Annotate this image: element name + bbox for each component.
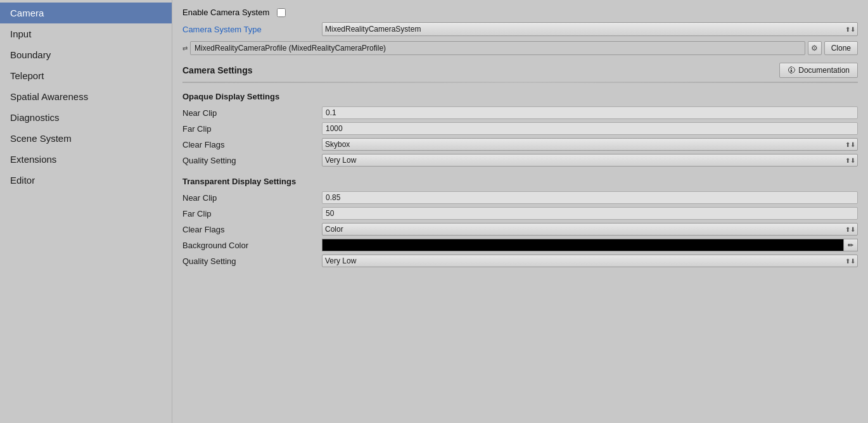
sidebar-item-extensions[interactable]: Extensions [0,149,172,170]
opaque-quality-dropdown[interactable]: Very Low Low Medium High Very High Ultra [322,154,858,167]
opaque-far-clip-label: Far Clip [182,124,322,134]
transparent-clear-flags-row: Clear Flags Skybox Color Depth Nothing ⬆… [182,223,858,236]
transparent-clear-flags-dropdown[interactable]: Skybox Color Depth Nothing [322,223,858,236]
background-color-value: ✏ [322,239,858,251]
transparent-display-title: Transparent Display Settings [182,177,858,186]
sidebar-item-boundary[interactable]: Boundary [0,44,172,65]
sidebar-item-scene-system[interactable]: Scene System [0,128,172,149]
background-color-label: Background Color [182,241,322,250]
opaque-display-section: Opaque Display Settings Near Clip Far Cl… [182,92,858,167]
opaque-far-clip-row: Far Clip [182,122,858,135]
opaque-quality-wrapper: Very Low Low Medium High Very High Ultra… [322,154,858,167]
opaque-near-clip-input[interactable] [322,106,858,119]
sidebar-item-teleport[interactable]: Teleport [0,65,172,86]
sidebar-item-editor[interactable]: Editor [0,170,172,191]
opaque-quality-label: Quality Setting [182,156,322,165]
opaque-clear-flags-dropdown[interactable]: Skybox Color Depth Nothing [322,138,858,151]
transparent-far-clip-label: Far Clip [182,209,322,218]
opaque-clear-flags-label: Clear Flags [182,140,322,149]
sidebar: Camera Input Boundary Teleport Spatial A… [0,0,172,423]
transparent-near-clip-row: Near Clip [182,191,858,204]
doc-icon: 🛈 [788,66,795,75]
opaque-quality-row: Quality Setting Very Low Low Medium High… [182,154,858,167]
enable-camera-label: Enable Camera System [182,8,269,17]
clone-button[interactable]: Clone [824,41,858,55]
transparent-far-clip-row: Far Clip [182,207,858,220]
sidebar-item-camera[interactable]: Camera [0,3,172,23]
background-color-edit-button[interactable]: ✏ [844,239,858,251]
camera-system-type-wrapper: MixedRealityCameraSystem ⬆⬇ [322,22,858,36]
camera-system-type-row: Camera System Type MixedRealityCameraSys… [182,22,858,36]
transparent-quality-wrapper: Very Low Low Medium High Very High Ultra… [322,255,858,267]
opaque-near-clip-row: Near Clip [182,106,858,119]
transparent-quality-dropdown[interactable]: Very Low Low Medium High Very High Ultra [322,255,858,267]
main-content: Enable Camera System Camera System Type … [172,0,868,423]
documentation-button[interactable]: 🛈 Documentation [779,63,858,78]
transparent-far-clip-value [322,207,858,220]
opaque-near-clip-label: Near Clip [182,108,322,118]
background-color-row: Background Color ✏ [182,239,858,251]
opaque-clear-flags-row: Clear Flags Skybox Color Depth Nothing ⬆… [182,138,858,151]
transparent-far-clip-input[interactable] [322,207,858,220]
section-divider [182,82,858,83]
enable-camera-row: Enable Camera System [182,8,858,17]
opaque-far-clip-input[interactable] [322,122,858,135]
sidebar-item-spatial-awareness[interactable]: Spatial Awareness [0,86,172,107]
sidebar-item-diagnostics[interactable]: Diagnostics [0,107,172,128]
opaque-near-clip-value [322,106,858,119]
opaque-clear-flags-wrapper: Skybox Color Depth Nothing ⬆⬇ [322,138,858,151]
transparent-clear-flags-label: Clear Flags [182,225,322,234]
profile-settings-button[interactable]: ⚙ [808,41,822,55]
camera-system-type-dropdown[interactable]: MixedRealityCameraSystem [322,22,858,36]
camera-system-type-label: Camera System Type [182,25,322,34]
enable-camera-checkbox[interactable] [277,8,286,17]
background-color-swatch[interactable] [322,239,844,251]
transparent-clear-flags-wrapper: Skybox Color Depth Nothing ⬆⬇ [322,223,858,236]
transparent-near-clip-label: Near Clip [182,193,322,203]
profile-input[interactable] [190,41,805,55]
opaque-display-title: Opaque Display Settings [182,92,858,101]
transparent-near-clip-value [322,191,858,204]
profile-row: ⇄ ⚙ Clone [182,41,858,55]
profile-icon: ⇄ [182,45,188,52]
sidebar-item-input[interactable]: Input [0,23,172,44]
transparent-quality-label: Quality Setting [182,256,322,266]
camera-settings-header: Camera Settings 🛈 Documentation [182,63,858,78]
camera-settings-title: Camera Settings [182,65,252,75]
transparent-near-clip-input[interactable] [322,191,858,204]
transparent-display-section: Transparent Display Settings Near Clip F… [182,177,858,267]
opaque-far-clip-value [322,122,858,135]
transparent-quality-row: Quality Setting Very Low Low Medium High… [182,255,858,267]
